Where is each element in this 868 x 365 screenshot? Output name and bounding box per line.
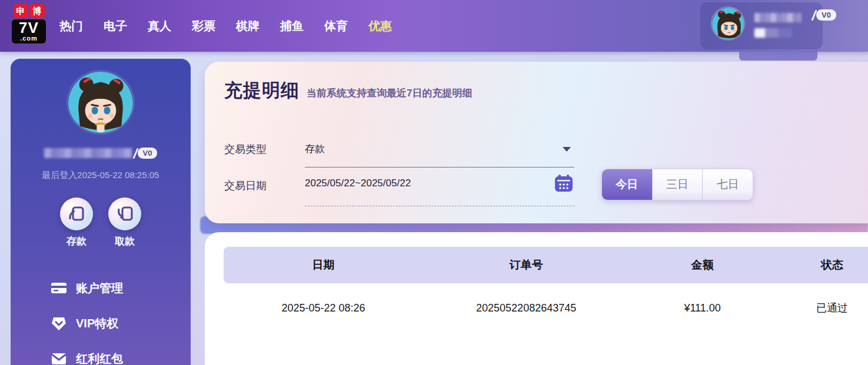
withdraw-icon	[108, 197, 141, 230]
nav-item-fishing[interactable]: 捕鱼	[280, 18, 304, 34]
tab-seven-days[interactable]: 七日	[702, 169, 753, 200]
col-header-order: 订单号	[423, 257, 629, 273]
user-balance-blurred	[754, 28, 792, 38]
records-table: 日期 订单号 金额 状态 2025-05-22 08:26 2025052208…	[224, 247, 868, 333]
menu-label-vip: VIP特权	[76, 316, 118, 331]
cell-date: 2025-05-22 08:26	[224, 302, 423, 314]
vip-level-label: V0	[138, 148, 158, 159]
sidebar-item-account[interactable]: 账户管理	[11, 270, 191, 306]
transaction-date-label: 交易日期	[224, 179, 267, 193]
col-header-amount: 金额	[629, 257, 776, 273]
transaction-type-value: 存款	[305, 140, 574, 156]
logo-com: .com	[14, 35, 44, 42]
cell-amount: ¥111.00	[629, 302, 776, 314]
nav-item-promos[interactable]: 优惠	[368, 18, 392, 34]
nav-vip-badge: V0	[813, 9, 836, 21]
nav-item-lottery[interactable]: 彩票	[192, 18, 215, 34]
sidebar-vip-badge: V0	[135, 148, 158, 159]
quick-actions: 存款 取款	[60, 197, 141, 248]
chevron-down-icon	[563, 147, 571, 152]
filter-card: 充提明细 当前系统支持查询最近7日的充提明细 交易类型 存款 交易日期 2025…	[205, 62, 868, 223]
menu-label-account: 账户管理	[76, 280, 123, 296]
vip-shield-icon	[50, 316, 68, 330]
calendar-icon[interactable]	[554, 175, 573, 195]
nav-item-slots[interactable]: 电子	[104, 18, 127, 34]
sidebar-menu: 账户管理 VIP特权 红利红包	[11, 270, 191, 365]
bank-card-icon	[50, 282, 68, 294]
account-sidebar: V0 最后登入2025-05-22 08:25:05 存款	[11, 59, 191, 365]
transaction-type-select[interactable]: 存款	[305, 140, 574, 168]
transaction-type-label: 交易类型	[224, 142, 267, 156]
deposit-label: 存款	[66, 235, 87, 248]
page-title: 充提明细	[224, 78, 300, 103]
site-logo[interactable]: 申 博 7V .com	[12, 4, 46, 43]
vip-level-label: V0	[816, 9, 836, 21]
transaction-date-value: 2025/05/22~2025/05/22	[305, 176, 574, 189]
table-row: 2025-05-22 08:26 20250522082643745 ¥111.…	[224, 283, 868, 333]
col-header-date: 日期	[224, 257, 423, 273]
sidebar-username-row: V0	[44, 147, 158, 159]
deposit-button[interactable]: 存款	[60, 197, 93, 248]
user-name-blurred	[754, 13, 802, 22]
nav-item-cards[interactable]: 棋牌	[236, 18, 260, 34]
cell-order-number: 20250522082643745	[423, 302, 629, 314]
date-range-tabs: 今日 三日 七日	[601, 169, 753, 200]
col-header-status: 状态	[776, 257, 868, 273]
logo-tile-2: 博	[30, 4, 45, 18]
sidebar-username-blurred	[44, 148, 132, 158]
cell-status: 已通过	[776, 301, 868, 315]
menu-label-bonus: 红利红包	[76, 351, 123, 365]
nav-item-sports[interactable]: 体育	[324, 18, 348, 34]
last-login-text: 最后登入2025-05-22 08:25:05	[42, 170, 159, 181]
withdraw-label: 取款	[115, 235, 135, 248]
nav-item-live[interactable]: 真人	[148, 18, 171, 34]
avatar-girl-icon	[68, 72, 133, 133]
top-navbar: 申 博 7V .com 热门 电子 真人 彩票 棋牌 捕鱼 体育 优惠	[0, 0, 868, 52]
nav-item-hot[interactable]: 热门	[59, 18, 83, 34]
user-avatar[interactable]	[711, 6, 745, 41]
tab-today[interactable]: 今日	[602, 169, 652, 200]
logo-7v: 7V	[14, 20, 44, 35]
records-table-card: 日期 订单号 金额 状态 2025-05-22 08:26 2025052208…	[205, 232, 868, 365]
red-envelope-icon	[50, 353, 68, 365]
logo-box: 7V .com	[12, 19, 46, 43]
tab-three-days[interactable]: 三日	[652, 169, 703, 200]
user-dropdown-stub	[739, 51, 817, 61]
transaction-date-input[interactable]: 2025/05/22~2025/05/22	[305, 176, 574, 206]
deposit-icon	[60, 197, 93, 230]
sidebar-item-bonus[interactable]: 红利红包	[11, 341, 191, 365]
withdraw-button[interactable]: 取款	[108, 197, 141, 248]
sidebar-item-vip[interactable]: VIP特权	[11, 306, 191, 341]
logo-tile-1: 申	[14, 4, 28, 18]
sidebar-avatar	[68, 72, 133, 133]
table-header-row: 日期 订单号 金额 状态	[224, 247, 868, 283]
page-subtitle: 当前系统支持查询最近7日的充提明细	[307, 86, 472, 100]
nav-menu: 热门 电子 真人 彩票 棋牌 捕鱼 体育 优惠	[59, 0, 392, 52]
